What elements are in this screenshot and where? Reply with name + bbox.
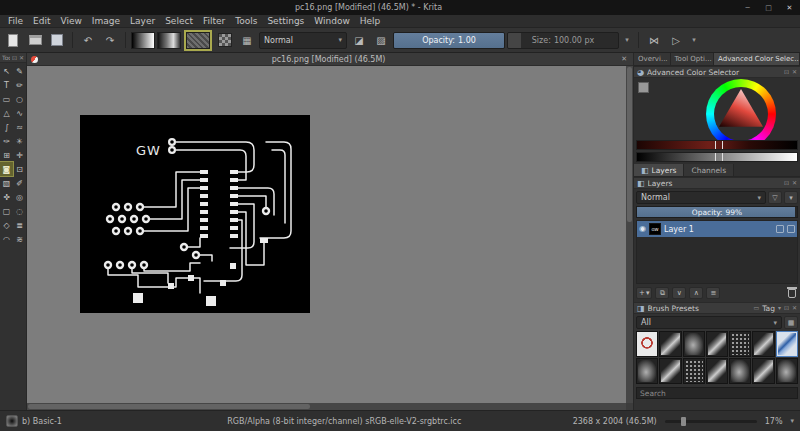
- zoom-slider[interactable]: [665, 420, 757, 423]
- layer-name[interactable]: Layer 1: [664, 225, 773, 234]
- delete-layer-button[interactable]: [788, 289, 796, 298]
- tool-text[interactable]: T: [0, 78, 13, 92]
- float-docker-icon[interactable]: ⊡: [784, 69, 789, 75]
- layer-blend-mode-select[interactable]: Normal ▾: [636, 191, 766, 204]
- layer-properties-button[interactable]: ≡: [706, 287, 720, 299]
- tab-advanced-color-selector[interactable]: Advanced Color Selec...: [714, 53, 800, 65]
- layer-filter-button[interactable]: ▽: [768, 191, 782, 204]
- menu-select[interactable]: Select: [160, 15, 198, 27]
- close-docker-icon[interactable]: ✕: [792, 305, 797, 311]
- tool-polygon[interactable]: △: [0, 106, 13, 120]
- tool-transform[interactable]: ⊞: [0, 148, 13, 162]
- brush-preset[interactable]: [776, 358, 798, 384]
- new-document-button[interactable]: [3, 31, 23, 50]
- brush-preset[interactable]: [683, 358, 705, 384]
- canvas-vertical-scrollbar[interactable]: [626, 66, 633, 403]
- vertical-scrollbar-thumb[interactable]: [627, 67, 632, 222]
- menu-tools[interactable]: Tools: [230, 15, 262, 27]
- brush-search-input[interactable]: [636, 387, 798, 399]
- canvas-viewport[interactable]: GW: [27, 66, 626, 403]
- brush-preset-selected[interactable]: [776, 331, 798, 357]
- save-document-button[interactable]: [47, 31, 67, 50]
- horizontal-scrollbar-thumb[interactable]: [28, 404, 310, 409]
- menu-settings[interactable]: Settings: [262, 15, 309, 27]
- menu-layer[interactable]: Layer: [125, 15, 160, 27]
- document-close-icon[interactable]: ✕: [619, 55, 629, 63]
- layer-alpha-icon[interactable]: [787, 225, 795, 233]
- menu-filter[interactable]: Filter: [198, 15, 230, 27]
- tool-freehand-path[interactable]: ≈: [13, 120, 26, 134]
- tool-select-freehand[interactable]: ◠: [0, 232, 13, 246]
- tool-move[interactable]: ✛: [13, 148, 26, 162]
- tool-fill-active[interactable]: ◙: [0, 162, 13, 176]
- brush-preset[interactable]: [729, 331, 751, 357]
- tool-zoom[interactable]: ◎: [13, 190, 26, 204]
- advanced-color-selector[interactable]: [634, 78, 800, 164]
- menu-image[interactable]: Image: [87, 15, 125, 27]
- tool-edit-shapes[interactable]: ✎: [13, 64, 26, 78]
- brush-preset[interactable]: [729, 358, 751, 384]
- preserve-alpha-button[interactable]: ▨: [371, 31, 391, 50]
- menu-edit[interactable]: Edit: [28, 15, 55, 27]
- redo-button[interactable]: ↷: [100, 31, 120, 50]
- tool-rectangle[interactable]: ▭: [0, 92, 13, 106]
- blend-mode-select[interactable]: Normal ▾: [259, 32, 347, 49]
- brush-preset-eraser[interactable]: [636, 331, 658, 357]
- document-tab[interactable]: pc16.png [Modified] (46.5M): [38, 55, 619, 64]
- menu-window[interactable]: Window: [309, 15, 355, 27]
- opacity-slider[interactable]: Opacity: 1.00: [393, 32, 505, 49]
- brush-preset[interactable]: [706, 331, 728, 357]
- move-layer-down-button[interactable]: ∨: [672, 287, 686, 299]
- tool-select-shapes[interactable]: ↖: [0, 64, 13, 78]
- tool-gradient[interactable]: ▧: [0, 176, 13, 190]
- eraser-mode-button[interactable]: ◪: [349, 31, 369, 50]
- tool-select-rectangular[interactable]: ▢: [0, 204, 13, 218]
- tab-layers[interactable]: ◧ Layers: [634, 164, 684, 176]
- value-strip[interactable]: [636, 152, 798, 162]
- tag-label[interactable]: Tag: [762, 304, 775, 313]
- tab-overview[interactable]: Overvi...: [634, 53, 671, 65]
- brush-preset[interactable]: [706, 358, 728, 384]
- tool-select-similar[interactable]: ≋: [13, 232, 26, 246]
- tool-calligraphy[interactable]: ✏: [13, 78, 26, 92]
- close-docker-icon[interactable]: ✕: [19, 55, 24, 61]
- brush-options-caret[interactable]: ▾: [621, 32, 633, 49]
- maximize-button[interactable]: □: [758, 0, 779, 15]
- menu-file[interactable]: File: [3, 15, 28, 27]
- float-docker-icon[interactable]: ⊡: [784, 305, 789, 311]
- close-button[interactable]: ✕: [779, 0, 800, 15]
- tag-filter-select[interactable]: All ▾: [636, 316, 782, 329]
- close-docker-icon[interactable]: ✕: [792, 180, 797, 186]
- wrap-around-button[interactable]: ▷: [666, 31, 686, 50]
- undo-button[interactable]: ↶: [78, 31, 98, 50]
- mirror-options-caret[interactable]: ▾: [688, 32, 700, 49]
- mirror-button[interactable]: ⋈: [644, 31, 664, 50]
- zoom-slider-thumb[interactable]: [681, 417, 686, 426]
- gradient-swatch[interactable]: [131, 32, 155, 49]
- last-color-swatch[interactable]: [638, 82, 649, 93]
- canvas-horizontal-scrollbar[interactable]: [27, 403, 626, 410]
- close-docker-icon[interactable]: ✕: [792, 69, 797, 75]
- tool-select-elliptical[interactable]: ◌: [13, 204, 26, 218]
- duplicate-layer-button[interactable]: ⧉: [655, 287, 669, 299]
- brush-preset[interactable]: [636, 358, 658, 384]
- tool-select-contiguous[interactable]: ≣: [13, 218, 26, 232]
- chevron-down-icon[interactable]: ▾: [778, 305, 781, 311]
- preset-view-mode-button[interactable]: ▦: [784, 316, 798, 329]
- gradient-presets-swatch[interactable]: [157, 32, 181, 49]
- tool-bezier-curve[interactable]: ∫: [0, 120, 13, 134]
- brush-preset[interactable]: [752, 331, 774, 357]
- hue-shade-strip[interactable]: [636, 140, 798, 150]
- size-slider[interactable]: Size: 100.00 px: [507, 32, 619, 49]
- float-docker-icon[interactable]: ⊡: [784, 180, 789, 186]
- layer-lock-icon[interactable]: [776, 225, 784, 233]
- tool-pan[interactable]: ✜: [0, 190, 13, 204]
- brush-preset[interactable]: [659, 358, 681, 384]
- layer-opacity-slider[interactable]: Opacity: 99%: [636, 206, 798, 218]
- brush-preset[interactable]: [683, 331, 705, 357]
- tool-polyline[interactable]: ∿: [13, 106, 26, 120]
- layer-view-options-button[interactable]: ▾: [784, 191, 798, 204]
- layer-visibility-icon[interactable]: ◉: [639, 225, 646, 233]
- zoom-options-caret-icon[interactable]: ▾: [790, 417, 794, 425]
- tool-freehand-brush[interactable]: ✑: [0, 134, 13, 148]
